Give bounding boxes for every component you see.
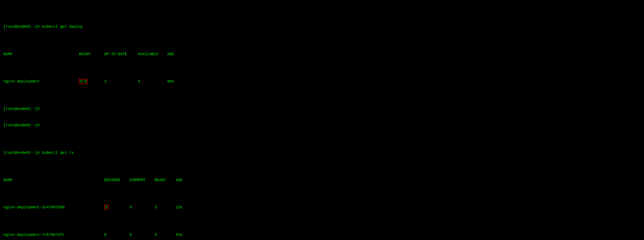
rs-row-1: nginx-deployment-5c478875d833313s bbox=[3, 205, 641, 210]
rs-col-current: CURRENT bbox=[130, 177, 155, 183]
blank-prompt-2: [root@node03 ~]# bbox=[3, 123, 641, 128]
rs-row2-name: nginx-deployment-7c678675fc bbox=[3, 232, 104, 238]
cmd-text-2: kubectl get rs bbox=[42, 150, 74, 155]
rs-row2-desired: 0 bbox=[104, 232, 130, 238]
rs-col-ready: READY bbox=[155, 177, 176, 183]
cmd-get-rs: [root@node03 ~]# kubectl get rs bbox=[3, 150, 641, 155]
prompt-2: [root@node03 ~]# bbox=[3, 150, 42, 155]
deploy-ready-box: 3/3 bbox=[79, 79, 88, 84]
rs-row1-age: 13s bbox=[176, 205, 182, 210]
deploy-row1-ready: 3/3 bbox=[79, 79, 104, 84]
deploy-col-name: NAME bbox=[3, 51, 79, 57]
rs-row1-name: nginx-deployment-5c478875d8 bbox=[3, 205, 104, 210]
rs-desired-box: 3 bbox=[104, 205, 108, 210]
deploy-col-ready: READY bbox=[79, 51, 104, 57]
blank-prompt-1: [root@node03 ~]# bbox=[3, 106, 641, 112]
rs-col-name: NAME bbox=[3, 177, 104, 183]
rs-row2-current: 0 bbox=[130, 232, 155, 238]
rs-header: NAMEDESIREDCURRENTREADYAGE bbox=[3, 177, 641, 183]
rs-row1-desired: 3 bbox=[104, 205, 130, 210]
cmd-get-deploy: [root@node03 ~]# kubectl get deploy bbox=[3, 24, 641, 29]
deploy-row-1: nginx-deployment3/33390s bbox=[3, 79, 641, 84]
rs-row1-ready: 3 bbox=[155, 205, 176, 210]
rs-col-age: AGE bbox=[176, 177, 182, 183]
deploy-row1-uptodate: 3 bbox=[104, 79, 138, 84]
deploy-col-uptodate: UP-TO-DATE bbox=[104, 51, 138, 57]
deploy-row1-name: nginx-deployment bbox=[3, 79, 79, 84]
deploy-header: NAMEREADYUP-TO-DATEAVAILABLEAGE bbox=[3, 51, 641, 57]
terminal-window: [root@node03 ~]# kubectl get deploy NAME… bbox=[3, 2, 641, 240]
deploy-row1-available: 3 bbox=[138, 79, 167, 84]
prompt-1: [root@node03 ~]# bbox=[3, 24, 42, 29]
deploy-col-available: AVAILABLE bbox=[138, 51, 167, 57]
deploy-row1-age: 90s bbox=[167, 79, 174, 84]
prompt-blank-1: [root@node03 ~]# bbox=[3, 106, 40, 112]
rs-row1-current: 3 bbox=[130, 205, 155, 210]
cmd-text-1: kubectl get deploy bbox=[42, 24, 83, 29]
rs-row2-age: 93s bbox=[176, 232, 182, 238]
rs-row2-ready: 0 bbox=[155, 232, 176, 238]
prompt-blank-2: [root@node03 ~]# bbox=[3, 123, 40, 128]
rs-row-2: nginx-deployment-7c678675fc00093s bbox=[3, 232, 641, 238]
rs-col-desired: DESIRED bbox=[104, 177, 130, 183]
deploy-col-age: AGE bbox=[167, 51, 174, 57]
